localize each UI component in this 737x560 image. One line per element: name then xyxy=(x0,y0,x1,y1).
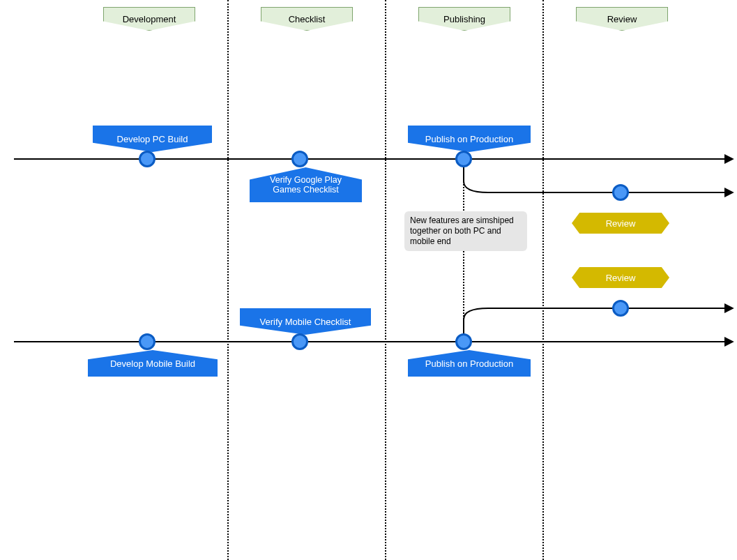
dot-review-pc xyxy=(612,184,629,201)
dot-verify-pc xyxy=(291,151,308,167)
tag-review-pc: Review xyxy=(572,213,669,234)
dot-develop-pc xyxy=(139,151,155,167)
dot-publish-mobile xyxy=(455,333,472,350)
diagram-stage: Development Checklist Publishing Review … xyxy=(0,0,737,560)
dot-develop-mobile xyxy=(139,333,155,350)
dot-review-mobile xyxy=(612,300,629,317)
tag-review-mobile: Review xyxy=(572,267,669,288)
dot-verify-mobile xyxy=(291,333,308,350)
note-simship: New features are simshiped together on b… xyxy=(404,211,527,251)
dot-publish-pc xyxy=(455,151,472,167)
